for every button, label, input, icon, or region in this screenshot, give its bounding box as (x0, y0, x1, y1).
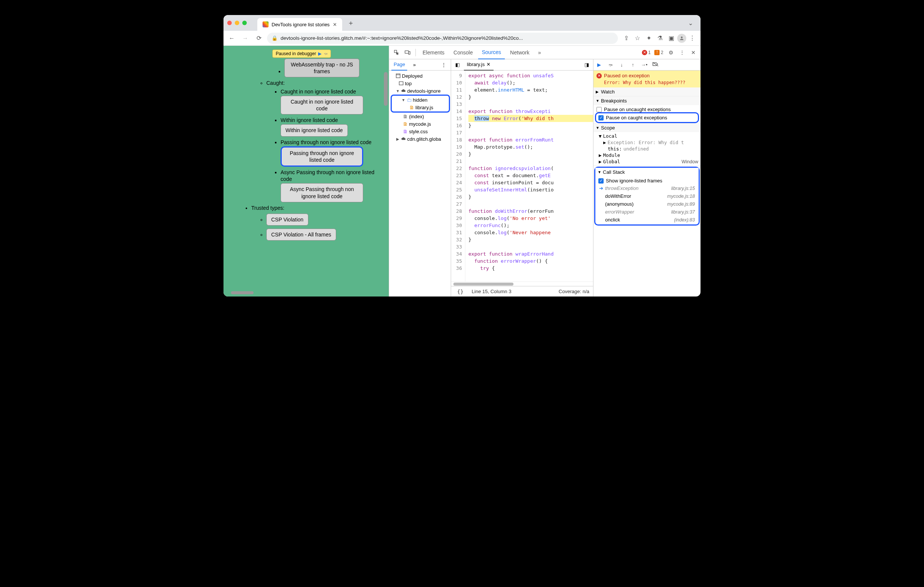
show-ignored-row[interactable]: ✓Show ignore-listed frames (597, 177, 696, 184)
step-over-icon[interactable]: ⤼ (607, 62, 614, 67)
new-tab-button[interactable]: ＋ (347, 18, 354, 27)
page-button[interactable]: Async Passing through non ignore listed … (280, 183, 363, 202)
tree-file-style[interactable]: 🗎style.css (390, 128, 450, 135)
tree-file-mycode[interactable]: 🗎mycode.js (390, 120, 450, 128)
editor-h-scrollbar[interactable] (451, 281, 593, 286)
inspect-icon[interactable] (391, 48, 401, 58)
page-button[interactable]: CSP Violation (266, 214, 309, 225)
settings-icon[interactable]: ⚙ (666, 48, 676, 58)
navigator-tab-page[interactable]: Page (391, 59, 407, 71)
more-tabs-icon[interactable]: » (535, 48, 544, 58)
editor-tab-close-icon[interactable]: ✕ (487, 62, 490, 67)
deployed-icon (396, 73, 401, 79)
page-button[interactable]: Caught in non ignore listed code (280, 96, 363, 115)
tree-origin[interactable]: ▼devtools-ignore (390, 87, 450, 95)
tab-elements[interactable]: Elements (419, 46, 448, 59)
page-scrollbar[interactable] (383, 57, 388, 177)
tree-file-index[interactable]: 🗎(index) (390, 113, 450, 120)
tabs-dropdown-icon[interactable]: ⌄ (688, 20, 693, 27)
step-out-icon[interactable]: ↑ (630, 62, 636, 67)
page-button[interactable]: Within ignore listed code (280, 124, 348, 136)
reload-button[interactable]: ⟳ (254, 33, 264, 44)
section-scope[interactable]: ▼Scope (594, 123, 701, 132)
callstack-frame[interactable]: errorWrapperlibrary.js:37 (597, 208, 696, 216)
address-bar[interactable]: 🔒 devtools-ignore-list-stories.glitch.me… (267, 33, 618, 44)
resume-icon[interactable]: ▶ (596, 62, 602, 67)
tab-sources[interactable]: Sources (478, 46, 505, 59)
toggle-navigator-icon[interactable]: ◧ (453, 60, 462, 70)
sources-editor: ◧ library.js ✕ ◨ 91011121314151617181920… (451, 59, 594, 296)
js-file-icon: 🗎 (409, 104, 414, 110)
tab-console[interactable]: Console (450, 46, 476, 59)
paused-resume-icon[interactable]: ▶ (318, 51, 322, 56)
back-button[interactable]: ← (226, 33, 237, 44)
labs-icon[interactable]: ⚗ (655, 33, 665, 44)
checkbox-checked[interactable]: ✓ (598, 115, 604, 120)
menu-icon[interactable]: ⋮ (687, 33, 698, 44)
toggle-debugger-icon[interactable]: ◨ (582, 60, 592, 70)
code-lines: export async function unsafeS await dela… (465, 71, 593, 281)
kebab-icon[interactable]: ⋮ (677, 48, 687, 58)
tree-origin-cdn[interactable]: ▶cdn.glitch.globa (390, 135, 450, 143)
section-watch[interactable]: ▶Watch (594, 87, 701, 96)
browser-window: DevTools ignore list stories ✕ ＋ ⌄ ← → ⟳… (223, 15, 701, 296)
bp-caught-row[interactable]: ✓Pause on caught exceptions (597, 114, 696, 121)
window-minimize-button[interactable] (235, 21, 239, 25)
folder-icon: 🗀 (406, 97, 412, 103)
devtools-close-icon[interactable]: ✕ (688, 48, 698, 58)
page-h-scrollbar[interactable] (231, 291, 257, 295)
checkbox-checked[interactable]: ✓ (598, 178, 604, 184)
profile-avatar[interactable] (677, 34, 686, 43)
svg-rect-5 (399, 82, 403, 85)
navigator-kebab-icon[interactable]: ⋮ (439, 60, 449, 70)
list-item: Caught in non ignore listed codeCaught i… (280, 88, 385, 116)
callstack-frame[interactable]: doWithErrormycode.js:18 (597, 192, 696, 200)
step-icon[interactable]: →• (641, 62, 648, 67)
content-area: Paused in debugger ▶ ⤼ WebAssembly trap … (223, 46, 701, 296)
trusted-heading: Trusted types: (251, 205, 385, 211)
code-editor[interactable]: 9101112131415161718192021222324252627282… (451, 71, 593, 281)
navigator-more-icon[interactable]: » (409, 60, 419, 70)
tree-file-library[interactable]: 🗎library.js (393, 104, 448, 111)
bookmark-icon[interactable]: ☆ (632, 33, 643, 44)
callstack-frame[interactable]: ➔throwExceptionlibrary.js:15 (597, 184, 696, 192)
tree-deployed[interactable]: Deployed (390, 72, 450, 80)
scope-this: this: undefined (596, 146, 698, 152)
editor-tab-library[interactable]: library.js ✕ (464, 59, 493, 71)
scope-module[interactable]: ▶Module (596, 152, 698, 158)
html-file-icon: 🗎 (403, 113, 408, 119)
window-zoom-button[interactable] (242, 21, 247, 25)
list-label: Passing through non ignore listed code (280, 139, 385, 146)
tab-close-icon[interactable]: ✕ (333, 22, 337, 27)
warning-count-badge[interactable]: !2 (654, 50, 663, 55)
browser-tab[interactable]: DevTools ignore list stories ✕ (257, 18, 342, 31)
section-callstack[interactable]: ▼Call Stack (595, 168, 699, 176)
share-icon[interactable]: ⇪ (621, 33, 631, 44)
file-tree: Deployed top ▼devtools-ignore ▼🗀hidden 🗎… (389, 71, 451, 144)
page-button[interactable]: Passing through non ignore listed code (280, 146, 363, 167)
callstack-frame[interactable]: onclick(index):83 (597, 216, 696, 224)
list-item: Passing through non ignore listed codePa… (280, 139, 385, 168)
tab-network[interactable]: Network (507, 46, 533, 59)
pretty-print-icon[interactable]: {} (455, 289, 466, 294)
scope-exception[interactable]: ▶Exception: Error: Why did t (596, 139, 698, 146)
highlighted-ignore-folder: ▼🗀hidden 🗎library.js (391, 95, 450, 113)
tab-favicon (262, 21, 269, 27)
tree-top[interactable]: top (390, 80, 450, 87)
device-icon[interactable] (403, 48, 412, 58)
callstack-frame[interactable]: (anonymous)mycode.js:89 (597, 200, 696, 208)
scope-local[interactable]: ▼Local (596, 133, 698, 139)
error-count-badge[interactable]: ✕1 (642, 50, 651, 55)
step-into-icon[interactable]: ↓ (618, 62, 625, 67)
window-close-button[interactable] (227, 21, 232, 25)
checkbox-unchecked[interactable] (596, 107, 602, 112)
paused-step-icon[interactable]: ⤼ (324, 51, 328, 56)
page-button[interactable]: WebAssembly trap - no JS frames (284, 59, 360, 77)
scope-global[interactable]: ▶GlobalWindow (596, 158, 698, 165)
page-button[interactable]: CSP Violation - All frames (266, 229, 336, 240)
deactivate-bp-icon[interactable] (652, 62, 659, 68)
tree-folder-hidden[interactable]: ▼🗀hidden (393, 96, 448, 104)
section-breakpoints[interactable]: ▼Breakpoints (594, 97, 701, 105)
panel-icon[interactable]: ▣ (666, 33, 676, 44)
extensions-icon[interactable]: ✦ (644, 33, 654, 44)
